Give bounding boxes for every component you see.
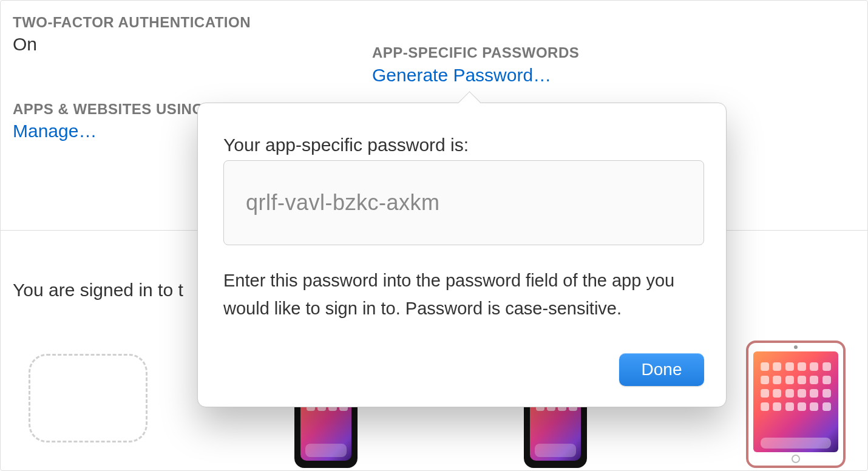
device-placeholder[interactable] <box>29 354 147 442</box>
popover-title: Your app-specific password is: <box>223 135 469 155</box>
generate-password-link[interactable]: Generate Password… <box>372 65 551 86</box>
two-factor-auth-value: On <box>13 34 37 55</box>
app-specific-passwords-label: APP-SPECIFIC PASSWORDS <box>372 44 579 61</box>
two-factor-auth-label: TWO-FACTOR AUTHENTICATION <box>13 14 251 31</box>
popover-description: Enter this password into the password fi… <box>223 266 700 323</box>
generated-password-value: qrlf-vavl-bzkc-axkm <box>246 190 440 215</box>
ipad-device-icon[interactable] <box>746 341 846 468</box>
generated-password-field[interactable]: qrlf-vavl-bzkc-axkm <box>223 160 704 245</box>
signed-in-text: You are signed in to t <box>13 280 183 300</box>
app-specific-password-popover: Your app-specific password is: qrlf-vavl… <box>197 103 727 407</box>
settings-panel: TWO-FACTOR AUTHENTICATION On APPS & WEBS… <box>0 0 868 471</box>
manage-link[interactable]: Manage… <box>13 121 97 141</box>
done-button[interactable]: Done <box>619 353 704 386</box>
